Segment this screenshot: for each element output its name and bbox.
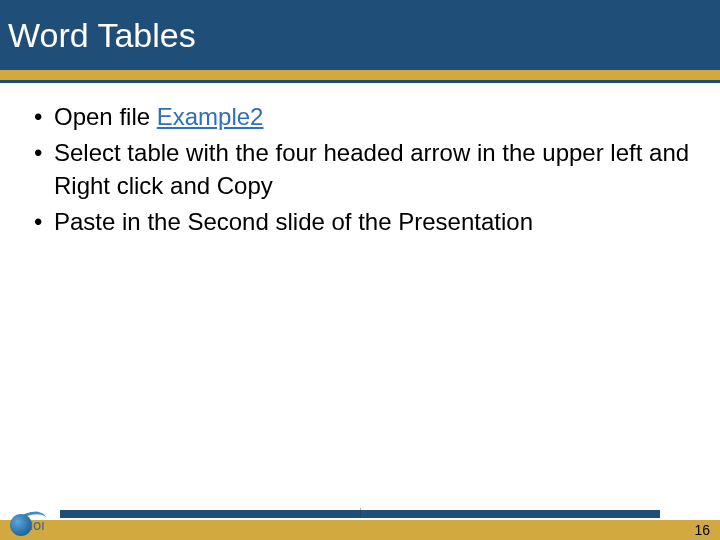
bullet-list: Open file Example2 Select table with the… (28, 101, 692, 239)
gold-divider (0, 70, 720, 80)
bullet-text-prefix: Open file (54, 103, 157, 130)
slide-title: Word Tables (8, 16, 196, 55)
list-item: Select table with the four headed arrow … (28, 137, 692, 202)
bullet-text: Paste in the Second slide of the Present… (54, 208, 533, 235)
logo-text: IOI (30, 521, 45, 532)
bullet-text: Select table with the four headed arrow … (54, 139, 689, 198)
title-bar: Word Tables (0, 0, 720, 70)
content-area: Open file Example2 Select table with the… (0, 83, 720, 239)
page-number: 16 (694, 522, 710, 538)
slide: Word Tables Open file Example2 Select ta… (0, 0, 720, 540)
footer: IOI 16 (0, 504, 720, 540)
logo: IOI (10, 508, 54, 536)
list-item: Paste in the Second slide of the Present… (28, 206, 692, 238)
logo-globe-icon (10, 514, 32, 536)
footer-tick (360, 508, 361, 518)
list-item: Open file Example2 (28, 101, 692, 133)
footer-gold-bar (0, 520, 720, 540)
example-link[interactable]: Example2 (157, 103, 264, 130)
